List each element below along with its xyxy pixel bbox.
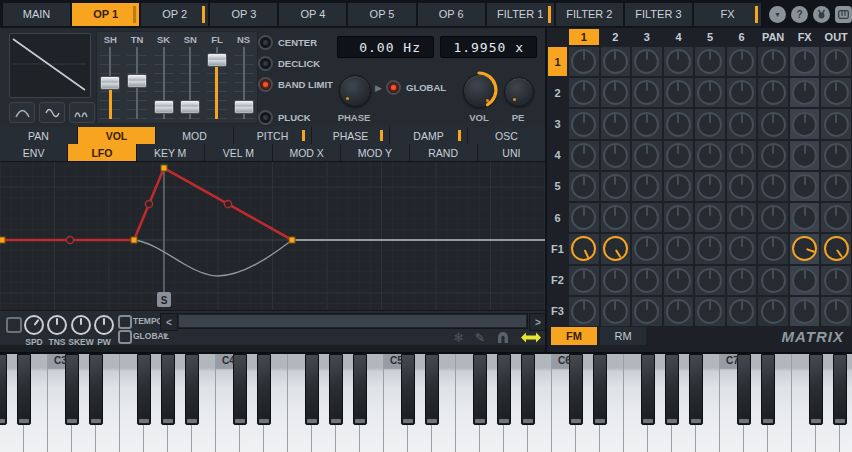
option-center[interactable]: CENTER [258,35,333,50]
snap-icon[interactable] [496,332,510,344]
mapping-tab-mod-y[interactable]: MOD Y [341,144,408,161]
matrix-knob-2-4[interactable] [666,80,691,105]
matrix-knob-f1-6[interactable] [729,236,754,261]
envelope-enable-button[interactable] [6,317,22,333]
black-key[interactable] [65,354,79,425]
matrix-knob-6-6[interactable] [729,205,754,230]
ratio-display[interactable]: 1.9950 x [440,36,537,58]
slider-handle[interactable] [180,100,200,114]
matrix-knob-4-3[interactable] [634,143,659,168]
matrix-knob-1-1[interactable] [571,49,596,74]
sine-icon[interactable] [39,102,65,123]
matrix-knob-5-3[interactable] [634,174,659,199]
matrix-row-label-f1[interactable]: F1 [547,233,568,264]
black-key[interactable] [329,354,343,425]
black-key[interactable] [809,354,823,425]
lfo-envelope-editor[interactable]: S [0,161,545,311]
matrix-knob-f1-out[interactable] [824,236,849,261]
matrix-knob-5-pan[interactable] [761,174,786,199]
matrix-knob-3-2[interactable] [603,112,628,137]
frequency-display[interactable]: 0.00 Hz [337,36,434,58]
matrix-row-label-4[interactable]: 4 [547,140,568,171]
black-key[interactable] [833,354,847,425]
oscillator-shape-display[interactable] [9,33,91,98]
matrix-knob-3-1[interactable] [571,112,596,137]
slider-fl[interactable]: FL [205,34,229,123]
slider-handle[interactable] [207,53,227,67]
matrix-knob-f2-6[interactable] [729,268,754,293]
mapping-tab-lfo[interactable]: LFO [68,144,135,161]
tab-op-2[interactable]: OP 2 [141,3,208,26]
slider-ns[interactable]: NS [232,34,256,123]
checkbox-tempo[interactable] [118,315,132,329]
black-key[interactable] [761,354,775,425]
matrix-knob-4-5[interactable] [697,143,722,168]
matrix-knob-f1-5[interactable] [697,236,722,261]
matrix-row-label-1[interactable]: 1 [547,46,568,77]
tab-main[interactable]: MAIN [3,3,70,26]
matrix-knob-4-out[interactable] [824,143,849,168]
matrix-knob-4-pan[interactable] [761,143,786,168]
scrollbar-thumb[interactable] [178,314,527,328]
black-key[interactable] [185,354,199,425]
matrix-knob-5-6[interactable] [729,174,754,199]
radio-led[interactable] [258,77,273,92]
radio-led[interactable] [258,110,273,125]
part-tab-pitch[interactable]: PITCH [234,127,311,144]
matrix-knob-6-fx[interactable] [792,205,817,230]
matrix-knob-2-1[interactable] [571,80,596,105]
matrix-row-label-3[interactable]: 3 [547,108,568,139]
matrix-col-header-pan[interactable]: PAN [757,28,789,46]
matrix-knob-2-2[interactable] [603,80,628,105]
black-key[interactable] [401,354,415,425]
matrix-knob-f1-4[interactable] [666,236,691,261]
matrix-row-label-5[interactable]: 5 [547,171,568,202]
matrix-knob-6-out[interactable] [824,205,849,230]
env-knob-tns[interactable] [47,315,67,335]
slider-sh[interactable]: SH [98,34,122,123]
radio-led[interactable] [258,35,273,50]
pe-knob[interactable] [504,77,534,107]
tab-filter-1[interactable]: FILTER 1 [487,3,554,26]
matrix-knob-6-1[interactable] [571,205,596,230]
env-knob-pw[interactable] [94,315,114,335]
matrix-knob-3-pan[interactable] [761,112,786,137]
matrix-knob-6-3[interactable] [634,205,659,230]
black-key[interactable] [305,354,319,425]
matrix-knob-2-pan[interactable] [761,80,786,105]
preset-menu-icon[interactable]: ▼ [769,6,786,23]
slider-handle[interactable] [154,100,174,114]
part-tab-pan[interactable]: PAN [0,127,77,144]
matrix-col-header-2[interactable]: 2 [600,28,632,46]
matrix-knob-1-4[interactable] [666,49,691,74]
matrix-row-label-f3[interactable]: F3 [547,296,568,327]
scroll-left-button[interactable]: < [160,313,178,331]
matrix-knob-f1-1[interactable] [571,236,596,261]
matrix-col-header-out[interactable]: OUT [820,28,852,46]
matrix-knob-f3-6[interactable] [729,299,754,324]
matrix-knob-5-4[interactable] [666,174,691,199]
routing-icon[interactable] [813,6,830,23]
matrix-knob-2-fx[interactable] [792,80,817,105]
matrix-knob-f3-3[interactable] [634,299,659,324]
matrix-knob-5-1[interactable] [571,174,596,199]
matrix-row-label-f2[interactable]: F2 [547,265,568,296]
tab-op-4[interactable]: OP 4 [279,3,346,26]
black-key[interactable] [0,354,7,425]
matrix-tab-rm[interactable]: RM [600,327,646,345]
tab-op-1[interactable]: OP 1 [72,3,139,26]
matrix-knob-1-fx[interactable] [792,49,817,74]
matrix-knob-f2-2[interactable] [603,268,628,293]
matrix-knob-4-fx[interactable] [792,143,817,168]
option-pluck[interactable]: PLUCK [258,110,333,125]
matrix-col-header-1[interactable]: 1 [568,28,600,46]
black-key[interactable] [425,354,439,425]
matrix-knob-1-out[interactable] [824,49,849,74]
mapping-tab-mod-x[interactable]: MOD X [273,144,340,161]
slider-sk[interactable]: SK [152,34,176,123]
matrix-knob-3-6[interactable] [729,112,754,137]
matrix-knob-f2-3[interactable] [634,268,659,293]
matrix-knob-f2-1[interactable] [571,268,596,293]
tab-op-5[interactable]: OP 5 [348,3,415,26]
part-tab-mod[interactable]: MOD [156,127,233,144]
